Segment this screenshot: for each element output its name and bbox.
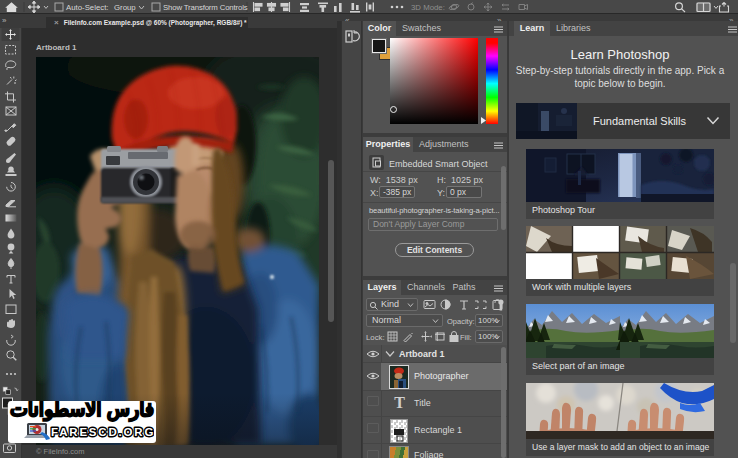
svg-text:FARESCD.ORG: FARESCD.ORG bbox=[51, 426, 154, 438]
